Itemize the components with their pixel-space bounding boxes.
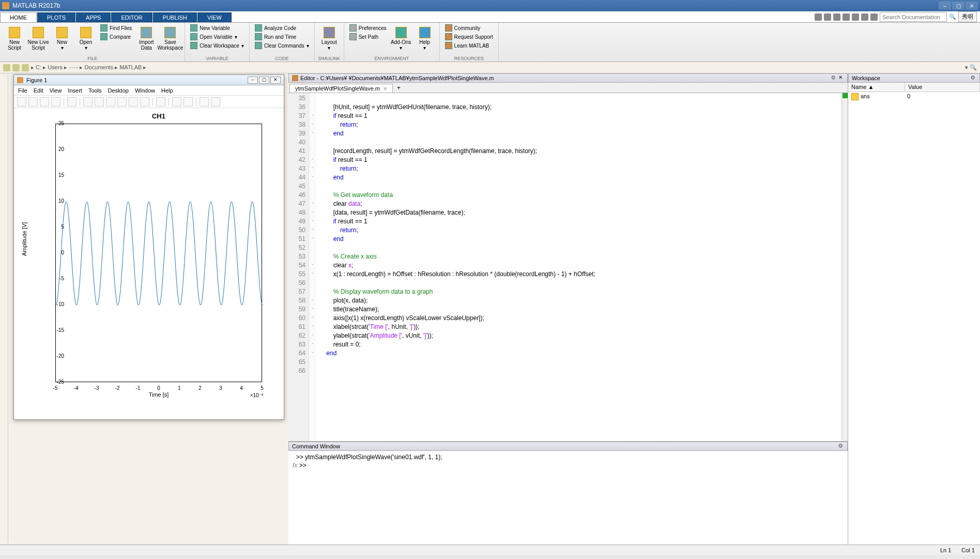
- rotate-icon[interactable]: [117, 97, 127, 107]
- figure-close-button[interactable]: ✕: [270, 77, 281, 84]
- layout-button[interactable]: Layout▾: [318, 24, 341, 54]
- community-button[interactable]: Community: [443, 24, 495, 32]
- save-workspace-button[interactable]: Save Workspace: [159, 24, 181, 54]
- open-button[interactable]: Open▾: [74, 24, 97, 54]
- request-support-button[interactable]: Request Support: [443, 33, 495, 41]
- workspace-header[interactable]: Name ▲ Value: [848, 83, 980, 92]
- cut-icon[interactable]: [824, 13, 831, 21]
- help-button[interactable]: Help▾: [414, 24, 436, 54]
- paste-icon[interactable]: [843, 13, 850, 21]
- figure-menu-tools[interactable]: Tools: [88, 87, 102, 94]
- x-tick: 5: [257, 385, 267, 391]
- find-files-button[interactable]: Find Files: [98, 24, 134, 32]
- run-and-time-button[interactable]: Run and Time: [253, 33, 311, 41]
- matlab-logo-icon: [2, 2, 9, 9]
- search-documentation-input[interactable]: [880, 12, 947, 22]
- brush-icon[interactable]: [140, 97, 149, 107]
- tab-plots[interactable]: PLOTS: [37, 12, 75, 22]
- datatip-icon[interactable]: [129, 97, 138, 107]
- tab-editor[interactable]: EDITOR: [111, 12, 152, 22]
- redo-icon[interactable]: [861, 13, 868, 21]
- forward-icon[interactable]: [12, 64, 20, 71]
- code-editor[interactable]: 3536373839404142434445464748495051525354…: [288, 93, 848, 441]
- colorbar-icon[interactable]: [172, 97, 181, 107]
- import-data-button[interactable]: Import Data: [135, 24, 158, 54]
- help-icon[interactable]: [870, 13, 878, 21]
- user-badge[interactable]: 秀明: [958, 11, 977, 22]
- x-tick: -5: [50, 385, 60, 391]
- pan-icon[interactable]: [106, 97, 115, 107]
- close-button[interactable]: ✕: [966, 2, 978, 10]
- link-icon[interactable]: [156, 97, 165, 107]
- compare-button[interactable]: Compare: [98, 33, 134, 41]
- pointer-icon[interactable]: [67, 97, 76, 107]
- minimize-button[interactable]: –: [939, 2, 951, 10]
- new-live-script-button[interactable]: New Live Script: [27, 24, 50, 54]
- editor-dropdown-button[interactable]: ⊙: [830, 74, 837, 82]
- copy-icon[interactable]: [833, 13, 840, 21]
- x-axis-label: Time [s]: [55, 391, 262, 398]
- workspace-dropdown-button[interactable]: ⊙: [969, 74, 976, 82]
- folder-icon[interactable]: [22, 64, 29, 71]
- zoom-out-icon[interactable]: [95, 97, 104, 107]
- add-tab-button[interactable]: +: [393, 83, 405, 93]
- addons-button[interactable]: Add-Ons▾: [390, 24, 412, 54]
- analyze-code-button[interactable]: Analyze Code: [253, 24, 311, 32]
- maximize-button[interactable]: ▢: [952, 2, 964, 10]
- x-tick: -2: [112, 385, 122, 391]
- show-tools-icon[interactable]: [211, 97, 220, 107]
- figure-menu-insert[interactable]: Insert: [68, 87, 82, 94]
- back-icon[interactable]: [3, 64, 10, 71]
- y-axis-label: Amplitude [V]: [21, 222, 27, 256]
- figure-menu-desktop[interactable]: Desktop: [108, 87, 129, 94]
- tab-publish[interactable]: PUBLISH: [153, 12, 197, 22]
- current-folder-collapsed[interactable]: [0, 73, 8, 545]
- workspace-body[interactable]: ans0: [848, 92, 980, 545]
- tab-close-icon[interactable]: ✕: [383, 86, 387, 92]
- clear-commands-button[interactable]: Clear Commands ▾: [253, 41, 311, 50]
- axes[interactable]: CH1 Amplitude [V] Time [s] ×10⁻³ -25-20-…: [14, 108, 284, 418]
- set-path-button[interactable]: Set Path: [347, 33, 389, 41]
- hide-tools-icon[interactable]: [200, 97, 209, 107]
- code-ok-indicator: [843, 93, 848, 98]
- print-icon[interactable]: [51, 97, 60, 107]
- open-variable-button[interactable]: Open Variable ▾: [188, 33, 246, 41]
- learn-matlab-button[interactable]: Learn MATLAB: [443, 41, 495, 50]
- command-dropdown-button[interactable]: ⊙: [837, 443, 844, 450]
- new-variable-button[interactable]: New Variable: [188, 24, 246, 32]
- open-figure-icon[interactable]: [28, 97, 38, 107]
- code-minimap[interactable]: [841, 93, 848, 441]
- figure-titlebar[interactable]: Figure 1 – ▢ ✕: [14, 75, 284, 85]
- save-figure-icon[interactable]: [40, 97, 49, 107]
- status-line: Ln 1: [940, 547, 951, 553]
- workspace-col-value[interactable]: Value: [905, 83, 980, 92]
- figure-menu-help[interactable]: Help: [161, 87, 173, 94]
- current-folder-bar[interactable]: ▸ C: ▸ Users ▸ ······ ▸ Documents ▸ MATL…: [0, 62, 980, 73]
- preferences-button[interactable]: Preferences: [347, 24, 389, 32]
- new-script-button[interactable]: New Script: [3, 24, 26, 54]
- figure-menu-window[interactable]: Window: [135, 87, 155, 94]
- tab-view[interactable]: VIEW: [197, 12, 232, 22]
- figure-menu-edit[interactable]: Edit: [34, 87, 43, 94]
- new-figure-icon[interactable]: [17, 97, 26, 107]
- clear-workspace-button[interactable]: Clear Workspace ▾: [188, 41, 246, 50]
- command-window[interactable]: >> ytmSampleWdfPlotSingleWave('sine01.wd…: [288, 451, 848, 545]
- tab-home[interactable]: HOME: [0, 12, 37, 22]
- figure-maximize-button[interactable]: ▢: [259, 77, 269, 84]
- figure-menu-file[interactable]: File: [18, 87, 27, 94]
- zoom-in-icon[interactable]: [83, 97, 93, 107]
- editor-close-button[interactable]: ✕: [837, 74, 844, 82]
- figure-minimize-button[interactable]: –: [248, 77, 258, 84]
- save-icon[interactable]: [815, 13, 822, 21]
- command-window-panel: Command Window ⊙ >> ytmSampleWdfPlotSing…: [288, 441, 848, 545]
- workspace-col-name[interactable]: Name ▲: [848, 83, 905, 92]
- editor-tab-active[interactable]: ytmSampleWdfPlotSingleWave.m✕: [289, 84, 393, 93]
- status-bar: Ln 1 Col 1: [0, 545, 980, 555]
- y-tick: -5: [49, 276, 64, 281]
- undo-icon[interactable]: [852, 13, 859, 21]
- new-button[interactable]: New▾: [51, 24, 73, 54]
- workspace-row[interactable]: ans0: [848, 92, 980, 101]
- legend-icon[interactable]: [183, 97, 193, 107]
- figure-menu-view[interactable]: View: [50, 87, 62, 94]
- tab-apps[interactable]: APPS: [76, 12, 111, 22]
